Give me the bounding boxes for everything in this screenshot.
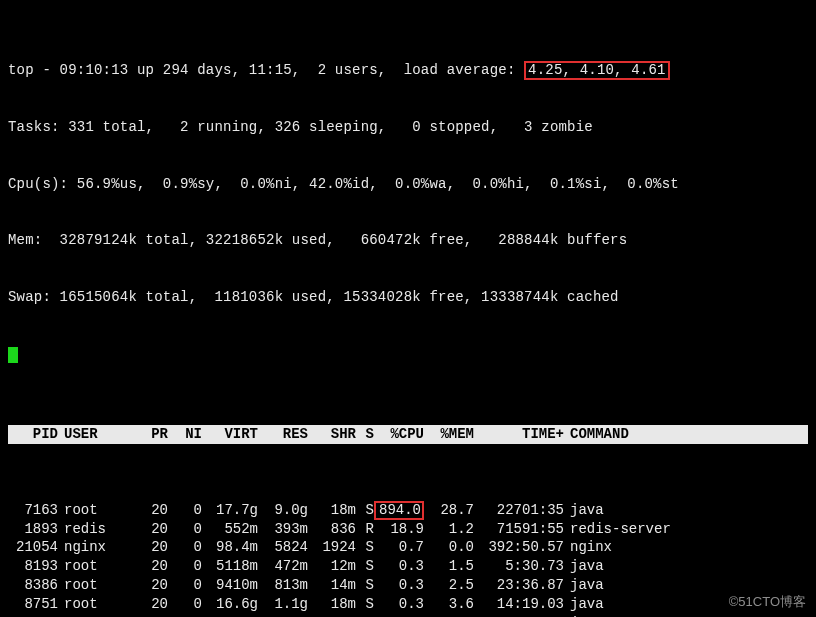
cell-pid: 8386: [8, 576, 58, 595]
col-pid: PID: [8, 425, 58, 444]
col-s: S: [356, 425, 374, 444]
cell-res: 472m: [258, 557, 308, 576]
cell-user: redis: [58, 520, 134, 539]
cell-cmd: java: [564, 501, 808, 520]
cell-mem: 2.5: [424, 576, 474, 595]
cell-pr: 20: [134, 576, 168, 595]
watermark: ©51CTO博客: [729, 593, 806, 611]
cell-virt: 98.4m: [202, 538, 258, 557]
cell-cmd: nginx: [564, 538, 808, 557]
col-mem: %MEM: [424, 425, 474, 444]
cell-cpu: 0.3: [374, 595, 424, 614]
cell-s: R: [356, 520, 374, 539]
cell-cpu: 0.3: [374, 557, 424, 576]
cell-virt: 16.6g: [202, 595, 258, 614]
cell-pr: 20: [134, 501, 168, 520]
cursor-icon: [8, 347, 18, 363]
cell-cmd: java: [564, 576, 808, 595]
cell-cpu: 0.7: [374, 538, 424, 557]
table-row: 8193root2005118m472m12mS0.31.55:30.73jav…: [8, 557, 808, 576]
cell-pid: 1893: [8, 520, 58, 539]
col-command: COMMAND: [564, 425, 808, 444]
cell-pr: 20: [134, 538, 168, 557]
cell-ni: 0: [168, 595, 202, 614]
cell-time: 5:30.73: [474, 557, 564, 576]
cell-shr: 18m: [308, 501, 356, 520]
process-table-header: PID USER PR NI VIRT RES SHR S %CPU %MEM …: [8, 425, 808, 444]
summary-cpus: Cpu(s): 56.9%us, 0.9%sy, 0.0%ni, 42.0%id…: [8, 175, 808, 194]
cell-virt: 552m: [202, 520, 258, 539]
cell-user: root: [58, 557, 134, 576]
terminal-output: top - 09:10:13 up 294 days, 11:15, 2 use…: [0, 0, 816, 617]
cell-mem: 1.2: [424, 520, 474, 539]
table-row: 8386root2009410m813m14mS0.32.523:36.87ja…: [8, 576, 808, 595]
cell-cmd: redis-server: [564, 520, 808, 539]
cell-res: 5824: [258, 538, 308, 557]
col-virt: VIRT: [202, 425, 258, 444]
cell-ni: 0: [168, 501, 202, 520]
table-row: 7163root20017.7g9.0g18mS894.028.722701:3…: [8, 501, 808, 520]
cell-cpu-highlight: 894.0: [374, 501, 424, 520]
col-time: TIME+: [474, 425, 564, 444]
load-average-highlight: 4.25, 4.10, 4.61: [524, 61, 670, 80]
cell-mem: 1.5: [424, 557, 474, 576]
cell-time: 22701:35: [474, 501, 564, 520]
cell-res: 9.0g: [258, 501, 308, 520]
cell-s: S: [356, 538, 374, 557]
col-shr: SHR: [308, 425, 356, 444]
cell-shr: 14m: [308, 576, 356, 595]
cell-time: 71591:55: [474, 520, 564, 539]
cell-res: 813m: [258, 576, 308, 595]
cell-mem: 28.7: [424, 501, 474, 520]
cell-virt: 17.7g: [202, 501, 258, 520]
cell-ni: 0: [168, 520, 202, 539]
cell-res: 1.1g: [258, 595, 308, 614]
table-row: 21054nginx20098.4m58241924S0.70.0392:50.…: [8, 538, 808, 557]
process-table-body: 7163root20017.7g9.0g18mS894.028.722701:3…: [8, 501, 808, 617]
cursor-line: [8, 345, 808, 369]
cell-virt: 9410m: [202, 576, 258, 595]
summary-mem: Mem: 32879124k total, 32218652k used, 66…: [8, 231, 808, 250]
cell-pid: 8751: [8, 595, 58, 614]
cell-s: S: [356, 501, 374, 520]
col-user: USER: [58, 425, 134, 444]
cell-res: 393m: [258, 520, 308, 539]
cell-cmd: java: [564, 557, 808, 576]
cell-virt: 5118m: [202, 557, 258, 576]
cell-user: root: [58, 501, 134, 520]
cell-pid: 7163: [8, 501, 58, 520]
cell-mem: 0.0: [424, 538, 474, 557]
cell-mem: 3.6: [424, 595, 474, 614]
table-row: 8751root20016.6g1.1g18mS0.33.614:19.03ja…: [8, 595, 808, 614]
cell-shr: 1924: [308, 538, 356, 557]
cell-user: root: [58, 576, 134, 595]
cell-pr: 20: [134, 520, 168, 539]
summary-uptime: top - 09:10:13 up 294 days, 11:15, 2 use…: [8, 61, 808, 80]
cell-pid: 8193: [8, 557, 58, 576]
cell-shr: 836: [308, 520, 356, 539]
cell-user: nginx: [58, 538, 134, 557]
cell-ni: 0: [168, 576, 202, 595]
col-res: RES: [258, 425, 308, 444]
cell-shr: 12m: [308, 557, 356, 576]
cell-s: S: [356, 576, 374, 595]
cell-pid: 21054: [8, 538, 58, 557]
cell-s: S: [356, 595, 374, 614]
cell-time: 14:19.03: [474, 595, 564, 614]
cell-pr: 20: [134, 557, 168, 576]
cell-cpu: 18.9: [374, 520, 424, 539]
col-pr: PR: [134, 425, 168, 444]
cell-ni: 0: [168, 538, 202, 557]
uptime-text: top - 09:10:13 up 294 days, 11:15, 2 use…: [8, 62, 524, 78]
table-row: 1893redis200552m393m836R18.91.271591:55r…: [8, 520, 808, 539]
cell-time: 23:36.87: [474, 576, 564, 595]
cell-pr: 20: [134, 595, 168, 614]
summary-swap: Swap: 16515064k total, 1181036k used, 15…: [8, 288, 808, 307]
cell-ni: 0: [168, 557, 202, 576]
col-ni: NI: [168, 425, 202, 444]
cell-user: root: [58, 595, 134, 614]
cell-time: 392:50.57: [474, 538, 564, 557]
cell-s: S: [356, 557, 374, 576]
cell-shr: 18m: [308, 595, 356, 614]
summary-tasks: Tasks: 331 total, 2 running, 326 sleepin…: [8, 118, 808, 137]
